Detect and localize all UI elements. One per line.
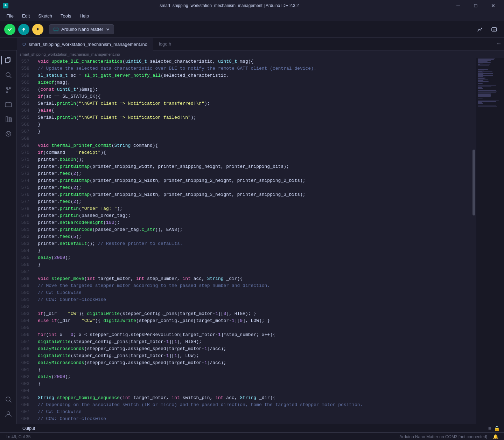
menu-tools[interactable]: Tools [57, 12, 75, 20]
code-line[interactable]: delayMicroseconds(stepper_config.assigne… [38, 345, 471, 352]
code-line[interactable] [38, 268, 471, 275]
minimize-button[interactable]: ─ [450, 0, 466, 11]
code-line[interactable]: printer.printBitmap(printer_shipping_3_w… [38, 191, 471, 198]
minimap-line [478, 91, 497, 91]
tab-spacer [177, 38, 493, 50]
code-line[interactable] [38, 135, 471, 142]
code-line[interactable]: // Depending on the associated switch (I… [38, 401, 471, 408]
code-line[interactable]: // Update the selected data characterist… [38, 65, 471, 72]
code-line[interactable]: } [38, 261, 471, 268]
activity-library-manager[interactable] [1, 112, 15, 126]
tab-logo-h[interactable]: logo.h [153, 38, 177, 50]
code-line[interactable] [38, 422, 471, 424]
scrollbar-thumb[interactable] [472, 150, 475, 215]
line-number: 575 [17, 184, 32, 191]
activity-search[interactable] [1, 68, 15, 82]
activity-source-control[interactable] [1, 83, 15, 97]
code-line[interactable]: // CW: Clockwise [38, 408, 471, 415]
code-line[interactable]: printer.boldOn(); [38, 156, 471, 163]
status-position[interactable]: Ln 46, Col 35 [6, 434, 30, 439]
board-selector[interactable]: Arduino Nano Matter [49, 24, 114, 34]
code-line[interactable]: else if(_dir == "CCW"){ digitalWrite(ste… [38, 317, 471, 324]
code-line[interactable]: printer.feed(2); [38, 198, 471, 205]
code-line[interactable]: digitalWrite(stepper_config._pins[target… [38, 338, 471, 345]
code-line[interactable]: printer.feed(2); [38, 170, 471, 177]
serial-plotter-button[interactable] [475, 24, 486, 35]
code-line[interactable] [38, 387, 471, 394]
tab-main-file[interactable]: ⬡ smart_shipping_workstation_mechanism_m… [17, 38, 153, 50]
activity-boards-manager[interactable] [1, 97, 15, 111]
code-line[interactable]: // Move the targeted stepper motor accor… [38, 282, 471, 289]
status-board[interactable]: Arduino Nano Matter on COM3 [not connect… [399, 434, 487, 439]
activity-profile[interactable] [1, 407, 15, 421]
code-line[interactable]: // CCW: Counter-clockwise [38, 296, 471, 303]
serial-monitor-button[interactable] [489, 24, 500, 35]
more-tabs-button[interactable]: ⋯ [493, 38, 504, 50]
code-line[interactable]: delay(2000); [38, 254, 471, 261]
output-list-icon[interactable]: ≡ [488, 426, 491, 431]
code-line[interactable]: } [38, 366, 471, 373]
maximize-button[interactable]: □ [468, 0, 484, 11]
code-line[interactable]: if(sc == SL_STATUS_OK){ [38, 93, 471, 100]
minimap-line [478, 59, 494, 60]
menu-sketch[interactable]: Sketch [35, 12, 56, 20]
code-area[interactable]: 5575585595605615625635645655665675685695… [17, 58, 504, 424]
code-line[interactable]: printer.printBitmap(printer_shipping_wid… [38, 163, 471, 170]
code-line[interactable]: void thermal_printer_commit(String comma… [38, 142, 471, 149]
code-line[interactable]: printer.feed(2); [38, 184, 471, 191]
code-line[interactable]: (const uint8_t*)&msg); [38, 86, 471, 93]
code-line[interactable]: } [38, 380, 471, 387]
menu-help[interactable]: Help [76, 12, 92, 20]
activity-search-bottom[interactable] [1, 392, 15, 406]
breadcrumb-file[interactable]: smart_shipping_workstation_mechanism_man… [20, 52, 120, 56]
code-line[interactable]: } [38, 247, 471, 254]
code-line[interactable]: void stepper_move(int target_motor, int … [38, 275, 471, 282]
activity-debug[interactable] [1, 127, 15, 141]
code-line[interactable]: // CCW: Counter-clockwise [38, 415, 471, 422]
code-line[interactable]: for(int x = 0; x < stepper_config.stepsP… [38, 331, 471, 338]
code-line[interactable]: printer.setBarcodeHeight(100); [38, 219, 471, 226]
line-number: 564 [17, 107, 32, 114]
code-line[interactable] [38, 324, 471, 331]
vertical-scrollbar[interactable] [471, 58, 476, 424]
output-tab-label[interactable]: Output [21, 425, 36, 432]
code-line[interactable]: delay(2000); [38, 373, 471, 380]
code-line[interactable]: printer.println(passed_order_tag); [38, 212, 471, 219]
code-line[interactable]: if(command == "receipt"){ [38, 149, 471, 156]
code-line[interactable]: delayMicroseconds(stepper_config.assigne… [38, 359, 471, 366]
svg-point-18 [6, 87, 8, 89]
status-notification-icon[interactable]: 🔔 [493, 434, 498, 439]
code-line[interactable]: printer.printBarcode(passed_order_tag.c_… [38, 226, 471, 233]
code-line[interactable]: String stepper_homing_sequence(int targe… [38, 394, 471, 401]
output-lock-icon[interactable]: 🔒 [494, 426, 500, 431]
code-line[interactable]: printer.printBitmap(printer_shipping_2_w… [38, 177, 471, 184]
upload-button[interactable] [18, 24, 29, 35]
minimap-line [478, 80, 483, 81]
code-line[interactable] [38, 303, 471, 310]
activity-explorer[interactable] [1, 53, 15, 67]
menu-file[interactable]: File [3, 12, 17, 20]
code-line[interactable]: printer.setDefault(); // Restore printer… [38, 240, 471, 247]
line-number: 558 [17, 65, 32, 72]
code-line[interactable]: Serial.println("\nGATT client => Notific… [38, 100, 471, 107]
debug-button[interactable] [32, 24, 43, 35]
code-line[interactable]: printer.feed(5); [38, 233, 471, 240]
menu-edit[interactable]: Edit [19, 12, 33, 20]
code-editor[interactable]: void update_BLE_characteristics(uint16_t… [35, 58, 471, 424]
code-line[interactable]: printer.println("Order Tag: "); [38, 205, 471, 212]
code-line[interactable]: } [38, 121, 471, 128]
code-line[interactable]: sl_status_t sc = sl_bt_gatt_server_notif… [38, 72, 471, 79]
code-line[interactable]: digitalWrite(stepper_config._pins[target… [38, 352, 471, 359]
code-line[interactable]: }else{ [38, 107, 471, 114]
code-line[interactable]: Serial.println("\nGATT client => Notific… [38, 114, 471, 121]
close-button[interactable]: ✕ [485, 0, 501, 11]
code-line[interactable]: void update_BLE_characteristics(uint16_t… [38, 58, 471, 65]
code-line[interactable]: } [38, 128, 471, 135]
code-line[interactable]: if(_dir == "CW"){ digitalWrite(stepper_c… [38, 310, 471, 317]
code-line[interactable]: // CW: Clockwise [38, 289, 471, 296]
code-line[interactable]: sizeof(msg), [38, 79, 471, 86]
line-number: 598 [17, 345, 32, 352]
verify-button[interactable] [4, 24, 15, 35]
minimap-line [478, 101, 496, 102]
line-number: 592 [17, 303, 32, 310]
